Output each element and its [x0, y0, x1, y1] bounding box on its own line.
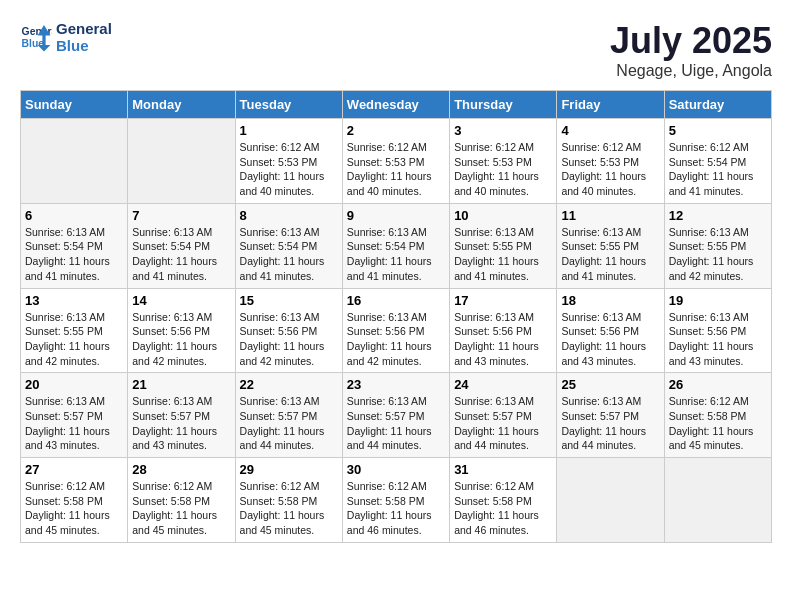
calendar-week-row: 20Sunrise: 6:13 AMSunset: 5:57 PMDayligh…	[21, 373, 772, 458]
day-number: 17	[454, 293, 552, 308]
sunset-label: Sunset: 5:54 PM	[132, 240, 210, 252]
day-number: 2	[347, 123, 445, 138]
day-info: Sunrise: 6:13 AMSunset: 5:54 PMDaylight:…	[240, 225, 338, 284]
sunset-label: Sunset: 5:53 PM	[240, 156, 318, 168]
day-info: Sunrise: 6:12 AMSunset: 5:58 PMDaylight:…	[132, 479, 230, 538]
day-number: 26	[669, 377, 767, 392]
weekday-header: Thursday	[450, 91, 557, 119]
daylight-label: Daylight: 11 hours and 42 minutes.	[132, 340, 217, 367]
sunset-label: Sunset: 5:58 PM	[347, 495, 425, 507]
calendar-cell: 5Sunrise: 6:12 AMSunset: 5:54 PMDaylight…	[664, 119, 771, 204]
sunset-label: Sunset: 5:55 PM	[454, 240, 532, 252]
sunset-label: Sunset: 5:55 PM	[25, 325, 103, 337]
sunrise-label: Sunrise: 6:13 AM	[25, 311, 105, 323]
daylight-label: Daylight: 11 hours and 45 minutes.	[240, 509, 325, 536]
calendar-cell: 6Sunrise: 6:13 AMSunset: 5:54 PMDaylight…	[21, 203, 128, 288]
daylight-label: Daylight: 11 hours and 41 minutes.	[25, 255, 110, 282]
sunrise-label: Sunrise: 6:12 AM	[669, 395, 749, 407]
sunset-label: Sunset: 5:58 PM	[132, 495, 210, 507]
daylight-label: Daylight: 11 hours and 43 minutes.	[454, 340, 539, 367]
daylight-label: Daylight: 11 hours and 44 minutes.	[454, 425, 539, 452]
daylight-label: Daylight: 11 hours and 40 minutes.	[240, 170, 325, 197]
sunset-label: Sunset: 5:56 PM	[454, 325, 532, 337]
day-number: 25	[561, 377, 659, 392]
day-number: 21	[132, 377, 230, 392]
calendar-cell: 25Sunrise: 6:13 AMSunset: 5:57 PMDayligh…	[557, 373, 664, 458]
calendar-cell: 28Sunrise: 6:12 AMSunset: 5:58 PMDayligh…	[128, 458, 235, 543]
calendar-cell: 30Sunrise: 6:12 AMSunset: 5:58 PMDayligh…	[342, 458, 449, 543]
day-number: 19	[669, 293, 767, 308]
sunset-label: Sunset: 5:56 PM	[347, 325, 425, 337]
daylight-label: Daylight: 11 hours and 44 minutes.	[347, 425, 432, 452]
calendar-week-row: 1Sunrise: 6:12 AMSunset: 5:53 PMDaylight…	[21, 119, 772, 204]
sunrise-label: Sunrise: 6:12 AM	[132, 480, 212, 492]
weekday-header: Sunday	[21, 91, 128, 119]
day-number: 16	[347, 293, 445, 308]
calendar-cell: 31Sunrise: 6:12 AMSunset: 5:58 PMDayligh…	[450, 458, 557, 543]
daylight-label: Daylight: 11 hours and 41 minutes.	[240, 255, 325, 282]
daylight-label: Daylight: 11 hours and 43 minutes.	[132, 425, 217, 452]
calendar-cell: 8Sunrise: 6:13 AMSunset: 5:54 PMDaylight…	[235, 203, 342, 288]
daylight-label: Daylight: 11 hours and 44 minutes.	[561, 425, 646, 452]
sunset-label: Sunset: 5:57 PM	[240, 410, 318, 422]
sunrise-label: Sunrise: 6:12 AM	[454, 141, 534, 153]
sunset-label: Sunset: 5:58 PM	[25, 495, 103, 507]
daylight-label: Daylight: 11 hours and 40 minutes.	[561, 170, 646, 197]
sunset-label: Sunset: 5:54 PM	[347, 240, 425, 252]
day-number: 14	[132, 293, 230, 308]
day-info: Sunrise: 6:13 AMSunset: 5:57 PMDaylight:…	[240, 394, 338, 453]
sunrise-label: Sunrise: 6:13 AM	[669, 311, 749, 323]
daylight-label: Daylight: 11 hours and 42 minutes.	[347, 340, 432, 367]
day-number: 18	[561, 293, 659, 308]
calendar-cell: 3Sunrise: 6:12 AMSunset: 5:53 PMDaylight…	[450, 119, 557, 204]
daylight-label: Daylight: 11 hours and 41 minutes.	[561, 255, 646, 282]
weekday-header: Tuesday	[235, 91, 342, 119]
day-info: Sunrise: 6:13 AMSunset: 5:55 PMDaylight:…	[454, 225, 552, 284]
sunset-label: Sunset: 5:57 PM	[454, 410, 532, 422]
sunset-label: Sunset: 5:58 PM	[669, 410, 747, 422]
day-info: Sunrise: 6:12 AMSunset: 5:58 PMDaylight:…	[25, 479, 123, 538]
calendar-cell: 18Sunrise: 6:13 AMSunset: 5:56 PMDayligh…	[557, 288, 664, 373]
sunset-label: Sunset: 5:58 PM	[454, 495, 532, 507]
calendar-header: SundayMondayTuesdayWednesdayThursdayFrid…	[21, 91, 772, 119]
weekday-header: Saturday	[664, 91, 771, 119]
sunrise-label: Sunrise: 6:13 AM	[347, 226, 427, 238]
day-info: Sunrise: 6:13 AMSunset: 5:55 PMDaylight:…	[561, 225, 659, 284]
day-info: Sunrise: 6:13 AMSunset: 5:56 PMDaylight:…	[561, 310, 659, 369]
sunrise-label: Sunrise: 6:13 AM	[240, 311, 320, 323]
calendar-cell: 10Sunrise: 6:13 AMSunset: 5:55 PMDayligh…	[450, 203, 557, 288]
daylight-label: Daylight: 11 hours and 44 minutes.	[240, 425, 325, 452]
day-number: 30	[347, 462, 445, 477]
sunset-label: Sunset: 5:56 PM	[240, 325, 318, 337]
sunrise-label: Sunrise: 6:12 AM	[347, 480, 427, 492]
sunrise-label: Sunrise: 6:13 AM	[669, 226, 749, 238]
daylight-label: Daylight: 11 hours and 41 minutes.	[669, 170, 754, 197]
daylight-label: Daylight: 11 hours and 46 minutes.	[347, 509, 432, 536]
daylight-label: Daylight: 11 hours and 42 minutes.	[25, 340, 110, 367]
day-info: Sunrise: 6:13 AMSunset: 5:57 PMDaylight:…	[347, 394, 445, 453]
sunrise-label: Sunrise: 6:12 AM	[454, 480, 534, 492]
calendar-cell: 1Sunrise: 6:12 AMSunset: 5:53 PMDaylight…	[235, 119, 342, 204]
sunrise-label: Sunrise: 6:13 AM	[347, 395, 427, 407]
day-number: 6	[25, 208, 123, 223]
sunset-label: Sunset: 5:53 PM	[454, 156, 532, 168]
calendar-week-row: 27Sunrise: 6:12 AMSunset: 5:58 PMDayligh…	[21, 458, 772, 543]
sunrise-label: Sunrise: 6:13 AM	[561, 226, 641, 238]
sunrise-label: Sunrise: 6:12 AM	[669, 141, 749, 153]
day-info: Sunrise: 6:12 AMSunset: 5:58 PMDaylight:…	[454, 479, 552, 538]
calendar-body: 1Sunrise: 6:12 AMSunset: 5:53 PMDaylight…	[21, 119, 772, 543]
calendar-cell: 20Sunrise: 6:13 AMSunset: 5:57 PMDayligh…	[21, 373, 128, 458]
daylight-label: Daylight: 11 hours and 46 minutes.	[454, 509, 539, 536]
day-info: Sunrise: 6:13 AMSunset: 5:56 PMDaylight:…	[669, 310, 767, 369]
sunrise-label: Sunrise: 6:12 AM	[240, 141, 320, 153]
calendar-cell: 29Sunrise: 6:12 AMSunset: 5:58 PMDayligh…	[235, 458, 342, 543]
sunset-label: Sunset: 5:55 PM	[669, 240, 747, 252]
sunrise-label: Sunrise: 6:12 AM	[347, 141, 427, 153]
calendar-cell: 9Sunrise: 6:13 AMSunset: 5:54 PMDaylight…	[342, 203, 449, 288]
calendar-cell: 16Sunrise: 6:13 AMSunset: 5:56 PMDayligh…	[342, 288, 449, 373]
daylight-label: Daylight: 11 hours and 43 minutes.	[25, 425, 110, 452]
daylight-label: Daylight: 11 hours and 42 minutes.	[240, 340, 325, 367]
sunrise-label: Sunrise: 6:13 AM	[454, 395, 534, 407]
day-number: 5	[669, 123, 767, 138]
day-info: Sunrise: 6:13 AMSunset: 5:56 PMDaylight:…	[132, 310, 230, 369]
